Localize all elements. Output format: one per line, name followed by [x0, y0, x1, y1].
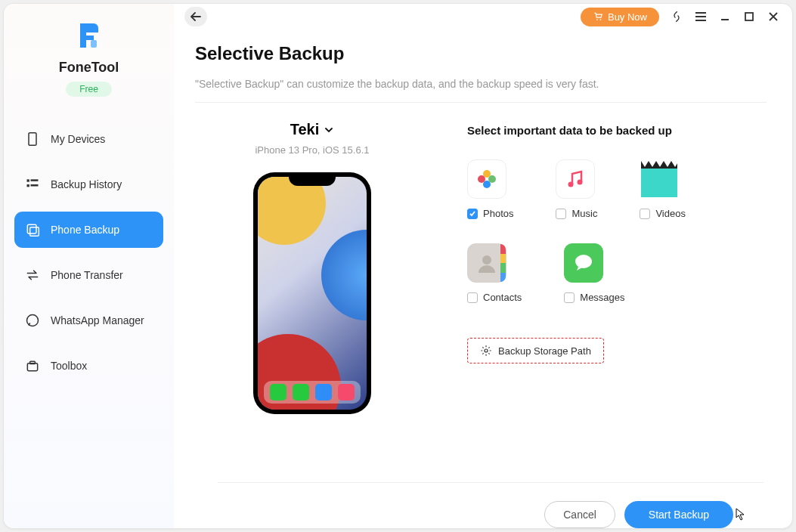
messages-checkbox[interactable]: [564, 292, 575, 303]
svg-rect-3: [31, 179, 39, 181]
sidebar-item-my-devices[interactable]: My Devices: [14, 121, 163, 157]
photos-label: Photos: [483, 208, 513, 219]
svg-rect-10: [30, 361, 36, 363]
option-contacts[interactable]: Contacts: [467, 243, 522, 303]
sidebar-item-backup-history[interactable]: Backup History: [14, 166, 163, 203]
photos-icon: [467, 159, 506, 199]
music-app-icon: [338, 384, 355, 401]
device-model-label: iPhone 13 Pro, iOS 15.6.1: [195, 144, 429, 156]
sidebar-item-label: Phone Backup: [51, 224, 119, 236]
start-backup-button[interactable]: Start Backup: [624, 501, 733, 528]
svg-point-8: [27, 315, 39, 326]
videos-label: Videos: [655, 208, 686, 219]
settings-icon-button[interactable]: [670, 10, 683, 23]
titlebar: Buy Now: [174, 4, 792, 29]
contacts-icon: [467, 243, 506, 283]
page-subtitle: "Selective Backup" can customize the bac…: [195, 78, 767, 103]
music-icon: [556, 159, 595, 199]
phone-app-icon: [270, 384, 286, 401]
option-music[interactable]: Music: [556, 159, 597, 219]
storage-path-label: Backup Storage Path: [498, 345, 591, 357]
hamburger-icon: [694, 11, 708, 22]
videos-icon: [640, 159, 679, 199]
sidebar-item-phone-transfer[interactable]: Phone Transfer: [14, 257, 163, 293]
app-logo-icon: [74, 20, 104, 51]
minimize-button[interactable]: [718, 10, 732, 23]
option-videos[interactable]: Videos: [640, 159, 686, 219]
music-checkbox[interactable]: [556, 209, 566, 219]
svg-rect-6: [27, 224, 36, 234]
cursor-pointer-icon: [735, 507, 747, 524]
svg-point-12: [600, 19, 602, 20]
option-photos[interactable]: Photos: [467, 159, 513, 219]
history-icon: [25, 177, 40, 192]
svg-rect-2: [27, 179, 29, 181]
svg-point-23: [575, 255, 592, 268]
svg-rect-7: [30, 227, 39, 237]
svg-rect-1: [29, 133, 36, 146]
sidebar: FoneTool Free My Devices Backup History …: [4, 4, 174, 528]
arrow-left-icon: [190, 11, 202, 22]
sidebar-item-label: Backup History: [51, 178, 122, 190]
logo-block: FoneTool Free: [4, 20, 174, 110]
buy-now-label: Buy Now: [608, 11, 647, 23]
sidebar-item-label: Toolbox: [51, 360, 87, 372]
phone-mockup: [253, 172, 371, 414]
storage-path-button[interactable]: Backup Storage Path: [467, 338, 604, 363]
sidebar-item-label: My Devices: [51, 133, 105, 145]
svg-rect-0: [91, 40, 97, 48]
svg-rect-13: [745, 13, 753, 20]
contacts-label: Contacts: [483, 292, 522, 303]
svg-point-17: [478, 175, 485, 183]
page-title: Selective Backup: [195, 43, 767, 64]
cancel-button[interactable]: Cancel: [544, 501, 615, 528]
maximize-button[interactable]: [742, 10, 756, 23]
device-icon: [25, 131, 40, 147]
back-button[interactable]: [184, 7, 207, 26]
buy-now-button[interactable]: Buy Now: [581, 8, 659, 26]
link-icon: [670, 10, 683, 23]
messages-app-icon: [293, 384, 309, 401]
maximize-icon: [744, 11, 754, 22]
safari-app-icon: [315, 384, 332, 401]
cart-icon: [593, 11, 603, 22]
menu-button[interactable]: [694, 10, 708, 23]
svg-point-24: [485, 349, 488, 352]
minimize-icon: [720, 11, 730, 22]
select-data-heading: Select important data to be backed up: [467, 124, 767, 137]
sidebar-item-phone-backup[interactable]: Phone Backup: [14, 212, 163, 248]
whatsapp-icon: [25, 313, 40, 328]
device-name-label: Teki: [290, 121, 320, 138]
tier-badge: Free: [66, 82, 112, 97]
main-content: Buy Now Selective Backup "Selective Back…: [174, 4, 792, 528]
svg-point-11: [596, 19, 598, 20]
close-icon: [768, 11, 779, 22]
gear-icon: [480, 345, 492, 357]
sidebar-item-label: Phone Transfer: [51, 269, 123, 281]
chevron-down-icon: [324, 125, 334, 135]
sidebar-item-toolbox[interactable]: Toolbox: [14, 348, 163, 384]
option-messages[interactable]: Messages: [564, 243, 624, 303]
messages-icon: [564, 243, 603, 283]
svg-point-19: [578, 180, 583, 185]
photos-checkbox[interactable]: [467, 209, 478, 219]
contacts-checkbox[interactable]: [467, 292, 478, 303]
toolbox-icon: [25, 358, 40, 373]
svg-point-18: [568, 182, 574, 187]
svg-rect-4: [27, 184, 29, 187]
videos-checkbox[interactable]: [640, 209, 650, 219]
close-button[interactable]: [767, 10, 780, 23]
svg-point-22: [482, 255, 491, 264]
transfer-icon: [25, 268, 40, 283]
music-label: Music: [571, 208, 597, 219]
messages-label: Messages: [580, 292, 624, 303]
app-name: FoneTool: [4, 60, 174, 76]
sidebar-item-label: WhatsApp Manager: [51, 314, 144, 326]
sidebar-item-whatsapp-manager[interactable]: WhatsApp Manager: [14, 302, 163, 339]
device-selector[interactable]: Teki: [290, 121, 335, 138]
svg-rect-5: [31, 184, 39, 187]
backup-icon: [25, 222, 40, 237]
svg-rect-21: [641, 169, 677, 197]
